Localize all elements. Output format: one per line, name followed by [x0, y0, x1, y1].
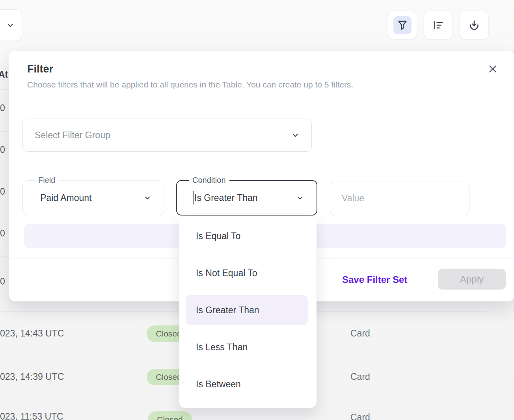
chevron-down-icon: [295, 193, 305, 203]
close-icon: [488, 64, 498, 74]
collapsed-dropdown-button[interactable]: [0, 9, 22, 41]
dropdown-option-is-equal-to[interactable]: Is Equal To: [179, 217, 317, 255]
sort-toolbar-button[interactable]: [424, 11, 453, 40]
sort-lines-icon: [432, 19, 444, 31]
modal-subtitle: Choose filters that will be applied to a…: [27, 80, 353, 89]
field-select[interactable]: Field Paid Amount: [22, 180, 164, 215]
filter-group-select[interactable]: Select Filter Group: [22, 119, 312, 152]
condition-dropdown-menu: Is Equal To Is Not Equal To Is Greater T…: [179, 216, 317, 408]
dropdown-option-is-between[interactable]: Is Between: [179, 366, 317, 403]
filter-active-highlight: [393, 16, 412, 34]
text-cursor: [193, 191, 194, 204]
value-field-wrap: [330, 182, 469, 215]
dropdown-option-is-greater-than[interactable]: Is Greater Than: [179, 292, 317, 329]
chevron-down-icon: [143, 193, 152, 203]
filter-group-placeholder: Select Filter Group: [35, 130, 110, 141]
apply-button[interactable]: Apply: [438, 269, 506, 290]
funnel-icon: [397, 20, 408, 31]
download-icon: [468, 19, 480, 31]
save-filter-set-link[interactable]: Save Filter Set: [342, 274, 407, 285]
chevron-down-icon: [5, 20, 15, 30]
modal-title: Filter: [27, 63, 53, 75]
close-button[interactable]: [486, 63, 499, 75]
value-input[interactable]: [330, 193, 469, 204]
condition-value: Is Greater Than: [194, 193, 258, 203]
filter-toolbar-button[interactable]: [388, 11, 417, 40]
chevron-down-icon: [290, 130, 300, 140]
export-toolbar-button[interactable]: [460, 11, 489, 40]
dropdown-option-is-not-equal-to[interactable]: Is Not Equal To: [179, 255, 317, 292]
dropdown-option-is-less-than[interactable]: Is Less Than: [179, 329, 317, 366]
condition-select[interactable]: Condition Is Greater Than: [176, 180, 317, 216]
